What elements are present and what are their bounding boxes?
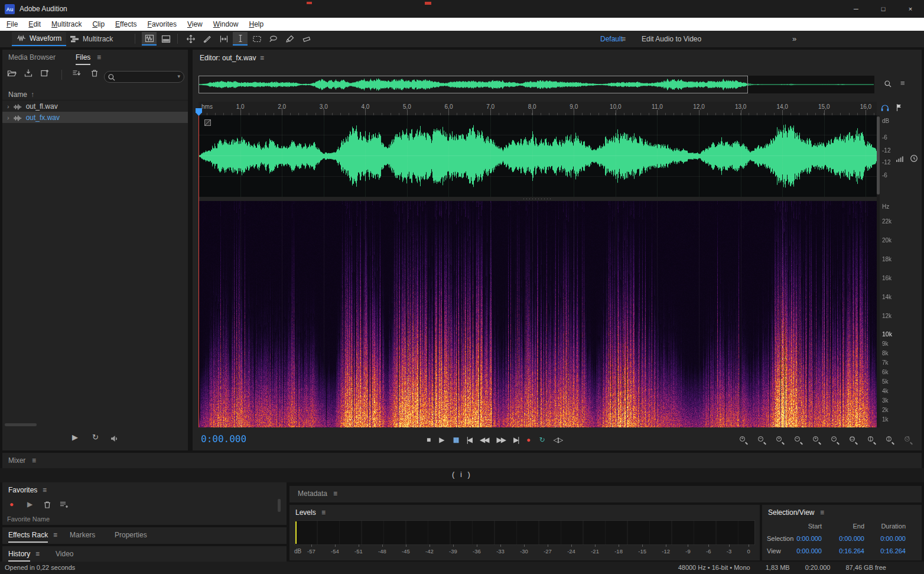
menu-file[interactable]: File [1, 20, 23, 28]
search-box[interactable]: ▾ [104, 71, 184, 83]
overview-menu-icon[interactable]: ≡ [900, 79, 905, 87]
scrub-button[interactable]: ◁▷ [554, 435, 562, 445]
editor-panel-menu-icon[interactable]: ≡ [260, 54, 264, 62]
menu-multitrack[interactable]: Multitrack [46, 20, 87, 28]
skip-to-start-button[interactable]: |◀ [467, 435, 471, 445]
selection-end-value[interactable]: 0:00.000 [839, 535, 864, 542]
files-panel-menu-icon[interactable]: ≡ [97, 53, 101, 61]
toolbar-overflow-icon[interactable]: » [792, 34, 796, 43]
view-end-value[interactable]: 0:16.264 [839, 547, 864, 554]
mixer-menu-icon[interactable]: ≡ [32, 456, 36, 465]
menu-help[interactable]: Help [243, 20, 269, 28]
zoom-out-amplitude-button[interactable]: − [831, 436, 839, 444]
menu-effects[interactable]: Effects [110, 20, 142, 28]
razor-tool[interactable] [200, 32, 214, 46]
history-menu-icon[interactable]: ≡ [35, 550, 40, 558]
tab-history[interactable]: History [8, 550, 30, 558]
files-column-header[interactable]: Name ↑ [2, 87, 188, 100]
record-favorite-button[interactable]: ● [9, 500, 20, 511]
record-button[interactable]: ● [526, 435, 531, 445]
insert-into-multitrack-icon[interactable] [72, 69, 83, 79]
maximize-button[interactable]: □ [870, 0, 897, 18]
current-time-display[interactable]: 0:00.000 [201, 433, 246, 445]
rewind-button[interactable]: ◀◀ [480, 435, 488, 445]
effects-rack-menu-icon[interactable]: ≡ [53, 531, 57, 539]
new-file-icon[interactable] [40, 69, 51, 79]
workspace-default-button[interactable]: Default [600, 35, 623, 43]
vertical-scrollbar[interactable] [877, 115, 880, 427]
preview-play-button[interactable]: ▶ [72, 433, 78, 442]
menu-edit[interactable]: Edit [23, 20, 46, 28]
stop-button[interactable]: ■ [427, 435, 431, 445]
import-file-icon[interactable] [24, 69, 34, 79]
expand-chevron-icon[interactable]: › [7, 103, 9, 110]
zoom-in-time-button[interactable]: + [776, 436, 784, 444]
tab-files[interactable]: Files [76, 53, 90, 61]
waveform-mode-button[interactable]: Waveform [12, 32, 66, 46]
file-row-out-fl[interactable]: › out_fl.wav [2, 100, 188, 112]
menu-window[interactable]: Window [208, 20, 244, 28]
tab-metadata[interactable]: Metadata [298, 489, 327, 498]
hz-scale[interactable]: Hz 22k20k18k16k14k12k10k9k8k7k6k5k4k3k2k… [880, 201, 922, 427]
search-input[interactable] [118, 72, 171, 82]
spot-healing-brush-tool[interactable] [299, 32, 314, 46]
close-button[interactable]: × [897, 0, 924, 18]
collapsed-panel-handle[interactable]: ( i ) [0, 468, 924, 482]
zoom-overview-icon[interactable] [883, 79, 893, 89]
view-start-value[interactable]: 0:00.000 [796, 547, 822, 554]
expand-chevron-icon[interactable]: › [7, 114, 9, 121]
skip-to-end-button[interactable]: ▶| [513, 435, 518, 445]
zoom-selection-out-point-button[interactable]: ] [886, 436, 894, 444]
favorites-scrollbar-thumb[interactable] [278, 499, 281, 512]
marquee-selection-tool[interactable] [249, 32, 264, 46]
fast-forward-button[interactable]: ▶▶ [497, 435, 505, 445]
metadata-menu-icon[interactable]: ≡ [333, 489, 337, 498]
levels-menu-icon[interactable]: ≡ [321, 508, 326, 517]
zoom-to-selection-button[interactable]: ▭ [850, 436, 857, 444]
spectrogram-canvas[interactable] [199, 201, 877, 427]
timeline-ruler[interactable]: hms 1,02,03,04,05,06,07,08,09,010,011,01… [199, 102, 877, 115]
volume-hud-icon[interactable] [896, 154, 905, 163]
spectral-view-toggle[interactable] [158, 32, 173, 46]
multitrack-mode-button[interactable]: Multitrack [65, 32, 118, 46]
zoom-out-button[interactable]: − [758, 436, 766, 444]
time-selection-tool[interactable] [233, 32, 248, 46]
minimize-button[interactable]: ─ [842, 0, 870, 18]
reset-zoom-button[interactable]: ↺ [905, 436, 912, 444]
horizontal-scrollbar-thumb[interactable] [5, 423, 37, 426]
lasso-selection-tool[interactable] [266, 32, 281, 46]
tab-effects-rack[interactable]: Effects Rack [8, 531, 48, 539]
paintbrush-selection-tool[interactable] [282, 32, 297, 46]
zoom-selection-in-point-button[interactable]: [ [868, 436, 876, 444]
waveform-display[interactable] [199, 115, 877, 197]
selection-start-value[interactable]: 0:00.000 [796, 535, 822, 542]
play-button[interactable]: ▶ [439, 435, 444, 445]
waveform-spectral-splitter[interactable]: ·········· [199, 197, 877, 201]
zoom-out-time-button[interactable]: − [795, 436, 802, 444]
slip-tool[interactable] [216, 32, 231, 46]
marker-flag-icon[interactable] [894, 103, 904, 112]
waveform-canvas[interactable] [199, 115, 877, 197]
move-tool[interactable] [183, 32, 198, 46]
delete-favorite-icon[interactable] [43, 500, 53, 511]
open-file-icon[interactable] [7, 69, 18, 79]
favorites-menu-icon[interactable]: ≡ [43, 486, 47, 494]
tab-favorites[interactable]: Favorites [8, 486, 37, 494]
vertical-scrollbar-thumb[interactable] [877, 116, 880, 194]
menu-clip[interactable]: Clip [87, 20, 110, 28]
tab-mixer[interactable]: Mixer [8, 456, 25, 465]
search-caret-icon[interactable]: ▾ [177, 73, 180, 79]
workspace-edit-audio-to-video-button[interactable]: Edit Audio to Video [642, 35, 701, 43]
clip-effects-icon[interactable] [204, 119, 211, 126]
play-favorite-button[interactable]: ▶ [27, 500, 38, 511]
editor-tab-title[interactable]: Editor: out_fx.wav [200, 54, 256, 62]
zoom-in-amplitude-button[interactable]: + [813, 436, 821, 444]
tab-media-browser[interactable]: Media Browser [8, 53, 56, 61]
file-row-out-fx[interactable]: › out_fx.wav [2, 112, 188, 123]
zoom-in-button[interactable]: + [740, 436, 747, 444]
workspace-menu-icon[interactable]: ≡ [622, 35, 626, 43]
tab-selection-view[interactable]: Selection/View [768, 508, 815, 517]
view-duration-value[interactable]: 0:16.264 [880, 547, 906, 554]
favorites-list-icon[interactable] [59, 500, 70, 511]
headphones-icon[interactable] [880, 103, 890, 112]
